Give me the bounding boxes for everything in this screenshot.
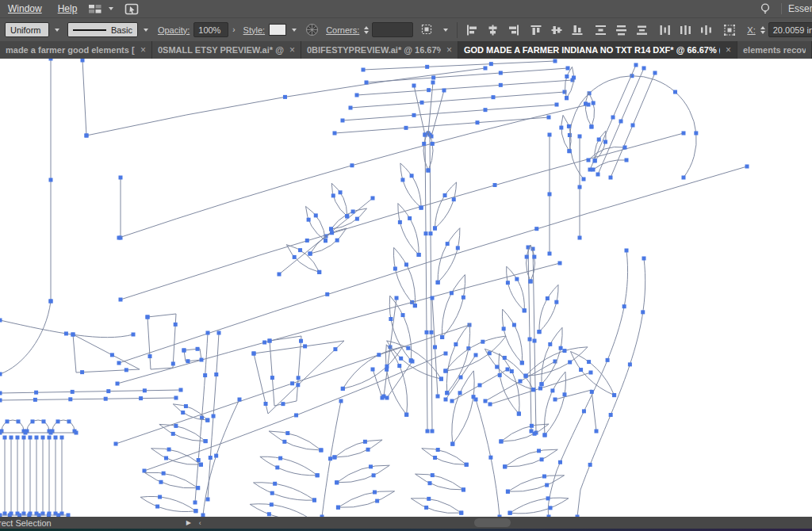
anchor-point[interactable] — [548, 193, 552, 197]
anchor-point[interactable] — [427, 169, 431, 173]
vector-path[interactable] — [2, 420, 24, 431]
vector-path[interactable] — [363, 61, 555, 70]
document-tab[interactable]: 0SMALL ETSY PREVIEW.ai* @ 25% (RG…× — [152, 41, 301, 59]
anchor-point[interactable] — [385, 365, 389, 369]
anchor-point[interactable] — [603, 140, 607, 144]
anchor-point[interactable] — [29, 436, 33, 440]
anchor-point[interactable] — [533, 432, 537, 436]
anchor-point[interactable] — [436, 448, 440, 452]
anchor-point[interactable] — [568, 360, 572, 364]
anchor-point[interactable] — [132, 333, 136, 337]
opacity-label[interactable]: Opacity: — [158, 25, 190, 35]
anchor-point[interactable] — [623, 146, 627, 150]
vector-path[interactable] — [577, 258, 645, 517]
anchor-point[interactable] — [205, 418, 209, 422]
anchor-point[interactable] — [119, 298, 123, 302]
vector-path[interactable] — [505, 449, 558, 467]
anchor-point[interactable] — [436, 281, 440, 285]
anchor-point[interactable] — [143, 469, 147, 473]
anchor-point[interactable] — [30, 419, 34, 423]
anchor-point[interactable] — [609, 413, 613, 417]
anchor-point[interactable] — [333, 132, 337, 136]
vector-path[interactable] — [335, 440, 382, 457]
vector-path[interactable] — [446, 323, 469, 392]
anchor-point[interactable] — [520, 361, 524, 365]
anchor-point[interactable] — [524, 374, 528, 378]
anchor-point[interactable] — [641, 310, 645, 314]
vector-path[interactable] — [121, 133, 684, 300]
anchor-point[interactable] — [203, 373, 207, 377]
anchor-point[interactable] — [492, 95, 496, 99]
anchor-point[interactable] — [398, 220, 402, 224]
anchor-point[interactable] — [351, 209, 355, 213]
anchor-point[interactable] — [204, 439, 208, 443]
menu-window[interactable]: Window — [0, 3, 50, 14]
x-input[interactable]: 20.0059 in — [768, 22, 812, 37]
anchor-point[interactable] — [567, 124, 571, 128]
anchor-point[interactable] — [430, 330, 434, 334]
anchor-point[interactable] — [214, 372, 218, 376]
vector-path[interactable] — [0, 301, 51, 374]
anchor-point[interactable] — [428, 481, 432, 485]
anchor-point[interactable] — [444, 398, 448, 402]
anchor-point[interactable] — [578, 185, 582, 189]
anchor-point[interactable] — [488, 456, 492, 460]
anchor-point[interactable] — [283, 95, 287, 99]
align-horizontal-right-icon[interactable] — [508, 25, 519, 36]
anchor-point[interactable] — [488, 403, 492, 407]
vector-path[interactable] — [27, 420, 49, 431]
anchor-point[interactable] — [493, 183, 497, 187]
anchor-point[interactable] — [372, 473, 376, 477]
anchor-point[interactable] — [588, 463, 592, 467]
vector-path[interactable] — [585, 92, 594, 127]
anchor-point[interactable] — [329, 227, 333, 231]
anchor-point[interactable] — [399, 357, 403, 361]
anchor-point[interactable] — [336, 506, 340, 510]
anchor-point[interactable] — [540, 457, 544, 461]
anchor-point[interactable] — [10, 436, 13, 440]
width-profile-dropdown-icon[interactable] — [52, 22, 63, 37]
anchor-point[interactable] — [578, 135, 582, 139]
anchor-point[interactable] — [60, 436, 64, 440]
select-similar-icon[interactable] — [421, 24, 435, 36]
style-label[interactable]: Style: — [243, 25, 266, 35]
anchor-point[interactable] — [371, 368, 375, 372]
vector-path[interactable] — [140, 496, 196, 511]
anchor-point[interactable] — [174, 396, 178, 400]
recolor-artwork-icon[interactable] — [305, 23, 319, 36]
anchor-point[interactable] — [596, 173, 600, 177]
vector-path[interactable] — [411, 498, 461, 513]
vector-path[interactable] — [82, 60, 86, 136]
anchor-point[interactable] — [682, 176, 686, 180]
anchor-point[interactable] — [54, 436, 58, 440]
anchor-point[interactable] — [529, 280, 533, 284]
anchor-point[interactable] — [299, 339, 303, 343]
anchor-point[interactable] — [553, 59, 557, 63]
anchor-point[interactable] — [462, 296, 465, 300]
anchor-point[interactable] — [155, 505, 159, 509]
anchor-point[interactable] — [307, 218, 311, 222]
anchor-point[interactable] — [404, 126, 408, 130]
anchor-point[interactable] — [503, 356, 507, 360]
share-screen-icon[interactable] — [124, 3, 139, 15]
anchor-point[interactable] — [606, 358, 610, 362]
tab-close-icon[interactable]: × — [140, 44, 146, 55]
anchor-point[interactable] — [445, 391, 449, 395]
vector-path[interactable] — [52, 420, 75, 431]
anchor-point[interactable] — [0, 399, 2, 403]
anchor-point[interactable] — [429, 231, 433, 235]
anchor-point[interactable] — [238, 398, 242, 402]
vector-path[interactable] — [569, 76, 696, 179]
anchor-point[interactable] — [553, 398, 557, 402]
anchor-point[interactable] — [214, 454, 218, 458]
anchor-point[interactable] — [209, 456, 213, 460]
anchor-point[interactable] — [540, 382, 544, 386]
anchor-point[interactable] — [458, 391, 462, 395]
anchor-point[interactable] — [546, 296, 550, 300]
distribute-horizontal-right-icon[interactable] — [700, 25, 712, 36]
anchor-point[interactable] — [436, 395, 440, 399]
anchor-point[interactable] — [506, 490, 510, 494]
anchor-point[interactable] — [397, 364, 401, 368]
anchor-point[interactable] — [0, 431, 2, 435]
anchor-point[interactable] — [375, 499, 379, 503]
